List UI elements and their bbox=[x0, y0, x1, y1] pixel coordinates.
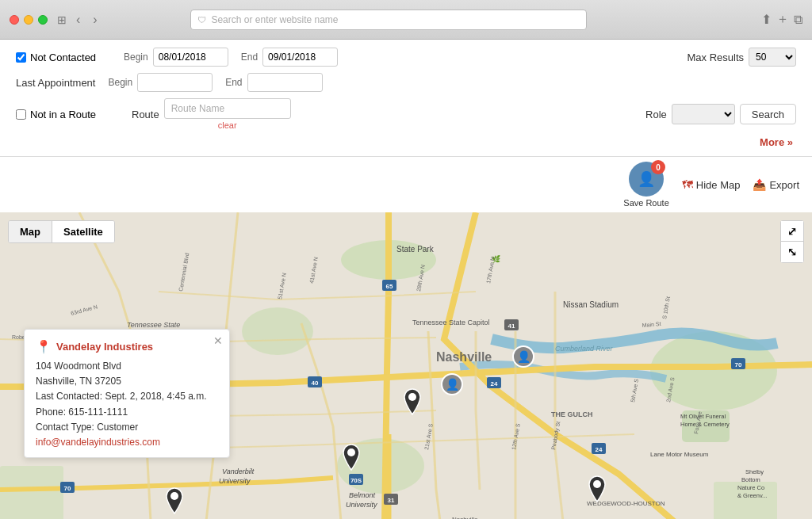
hide-map-button[interactable]: 🗺 Hide Map bbox=[682, 178, 741, 191]
save-route-icon: 👤 0 bbox=[629, 162, 664, 197]
max-results-label: Max Results bbox=[687, 52, 744, 63]
marker-2[interactable] bbox=[402, 387, 423, 418]
zoom-out-button[interactable]: ⤡ bbox=[781, 242, 803, 262]
back-button[interactable]: ‹ bbox=[73, 11, 83, 29]
not-contacted-label: Not Contacted bbox=[30, 52, 96, 63]
svg-text:THE GULCH: THE GULCH bbox=[551, 410, 593, 418]
svg-text:& Greenv...: & Greenv... bbox=[737, 492, 767, 499]
begin-date-input[interactable] bbox=[153, 48, 228, 67]
svg-text:Vanderbilt: Vanderbilt bbox=[222, 467, 255, 475]
max-results-select[interactable]: 50 100 200 bbox=[749, 48, 796, 67]
route-input[interactable] bbox=[164, 98, 291, 119]
last-appt-end-input[interactable] bbox=[247, 73, 323, 92]
svg-text:Mt Olivet Funeral: Mt Olivet Funeral bbox=[680, 413, 726, 420]
popup-contact-type: Contact Type: Customer bbox=[36, 420, 218, 435]
filter-panel: Not Contacted Begin End Max Results 50 1… bbox=[0, 40, 812, 157]
svg-text:24: 24 bbox=[596, 446, 603, 453]
svg-text:31: 31 bbox=[388, 497, 395, 504]
popup-body: 104 Woodmont Blvd Nashville, TN 37205 La… bbox=[36, 359, 218, 435]
last-appt-begin-group: Begin bbox=[108, 73, 213, 92]
popup-pin-icon: 📍 bbox=[36, 339, 52, 354]
marker-7[interactable] bbox=[164, 487, 185, 517]
popup-address-line2: Nashville, TN 37205 bbox=[36, 374, 218, 389]
map-container[interactable]: 65 40 155 24 24 70 70S 41 70 31 bbox=[0, 212, 812, 519]
svg-point-73 bbox=[593, 480, 601, 488]
save-route-button[interactable]: 👤 0 Save Route bbox=[623, 162, 668, 208]
sidebar-toggle-button[interactable]: ⊞ bbox=[57, 13, 67, 26]
export-button[interactable]: 📤 Export bbox=[753, 178, 799, 191]
svg-text:65: 65 bbox=[386, 283, 393, 290]
last-appt-end-label: End bbox=[225, 77, 242, 88]
minimize-button[interactable] bbox=[24, 15, 33, 25]
svg-text:Nashville: Nashville bbox=[452, 516, 478, 519]
svg-text:University: University bbox=[346, 501, 377, 509]
zoom-controls: ⤢ ⤡ bbox=[780, 220, 804, 263]
maximize-button[interactable] bbox=[38, 15, 48, 25]
svg-text:👤: 👤 bbox=[517, 350, 531, 364]
address-bar[interactable]: 🛡 Search or enter website name bbox=[190, 10, 587, 30]
popup-last-contacted: Last Contacted: Sept. 2, 2018, 4:45 a.m. bbox=[36, 389, 218, 404]
svg-text:Nashville: Nashville bbox=[436, 350, 492, 364]
map-button[interactable]: Map bbox=[9, 221, 52, 242]
popup-close-button[interactable]: ✕ bbox=[213, 334, 223, 347]
svg-text:70S: 70S bbox=[350, 477, 362, 484]
begin-date-group: Begin bbox=[124, 48, 228, 67]
last-appt-end-group: End bbox=[225, 73, 322, 92]
not-contacted-checkbox[interactable] bbox=[16, 52, 26, 63]
marker-4[interactable]: 👤 bbox=[511, 345, 535, 371]
route-label: Route bbox=[132, 109, 159, 120]
svg-text:Tennessee State Capitol: Tennessee State Capitol bbox=[412, 319, 490, 326]
begin-label: Begin bbox=[124, 52, 148, 63]
browser-actions: ⬆ ＋ ⧉ bbox=[761, 11, 802, 28]
filter-row-3: Not in a Route Route clear Role Search bbox=[16, 98, 796, 130]
export-label: Export bbox=[769, 179, 799, 191]
svg-point-74 bbox=[170, 492, 178, 500]
route-input-wrap: clear bbox=[164, 98, 291, 130]
route-person-icon: 👤 bbox=[638, 170, 655, 188]
marker-6[interactable] bbox=[587, 475, 607, 506]
svg-text:Home & Cemetery: Home & Cemetery bbox=[680, 421, 730, 428]
popup-email[interactable]: info@vandelayindustries.com bbox=[36, 437, 218, 448]
save-route-badge: 0 bbox=[651, 160, 665, 174]
route-group: Route clear bbox=[132, 98, 633, 130]
role-select[interactable] bbox=[672, 104, 735, 124]
security-icon: 🛡 bbox=[197, 15, 206, 25]
svg-rect-6 bbox=[0, 466, 63, 519]
svg-text:State Park: State Park bbox=[396, 245, 435, 254]
forward-button[interactable]: › bbox=[90, 11, 100, 29]
last-appt-begin-label: Begin bbox=[108, 77, 132, 88]
marker-3[interactable] bbox=[341, 443, 362, 474]
svg-text:👤: 👤 bbox=[446, 378, 460, 391]
svg-text:Bottom: Bottom bbox=[741, 476, 760, 483]
svg-text:70: 70 bbox=[735, 361, 742, 368]
svg-text:Nature Co: Nature Co bbox=[737, 484, 764, 491]
not-in-route-checkbox[interactable] bbox=[16, 109, 26, 120]
svg-text:41: 41 bbox=[508, 322, 515, 330]
popup-header: 📍 Vandelay Industires bbox=[36, 339, 218, 354]
svg-text:Tennessee State: Tennessee State bbox=[127, 321, 180, 329]
svg-text:40: 40 bbox=[312, 380, 319, 387]
last-appointment-label: Last Appointment bbox=[16, 77, 95, 89]
clear-link[interactable]: clear bbox=[164, 120, 291, 130]
address-text: Search or enter website name bbox=[211, 14, 338, 25]
search-button[interactable]: Search bbox=[740, 104, 796, 124]
new-tab-button[interactable]: ＋ bbox=[776, 11, 789, 28]
not-contacted-checkbox-label[interactable]: Not Contacted bbox=[16, 52, 111, 63]
svg-text:University: University bbox=[219, 477, 251, 485]
not-in-route-checkbox-label[interactable]: Not in a Route bbox=[16, 109, 119, 120]
svg-text:Lane Motor Museum: Lane Motor Museum bbox=[650, 451, 709, 458]
hide-map-label: Hide Map bbox=[696, 179, 741, 191]
end-date-input[interactable] bbox=[262, 48, 338, 67]
svg-text:Cumberland River: Cumberland River bbox=[555, 345, 614, 353]
max-results-group: Max Results 50 100 200 bbox=[687, 48, 796, 67]
satellite-button[interactable]: Satellite bbox=[52, 221, 114, 242]
share-button[interactable]: ⬆ bbox=[761, 11, 772, 28]
marker-5[interactable]: 👤 bbox=[440, 372, 464, 399]
not-in-route-label: Not in a Route bbox=[30, 109, 96, 120]
close-button[interactable] bbox=[10, 15, 19, 25]
last-appt-begin-input[interactable] bbox=[137, 73, 213, 92]
tabs-button[interactable]: ⧉ bbox=[794, 11, 802, 28]
traffic-lights bbox=[10, 15, 48, 25]
more-link[interactable]: More » bbox=[760, 136, 796, 148]
zoom-in-button[interactable]: ⤢ bbox=[781, 221, 803, 242]
